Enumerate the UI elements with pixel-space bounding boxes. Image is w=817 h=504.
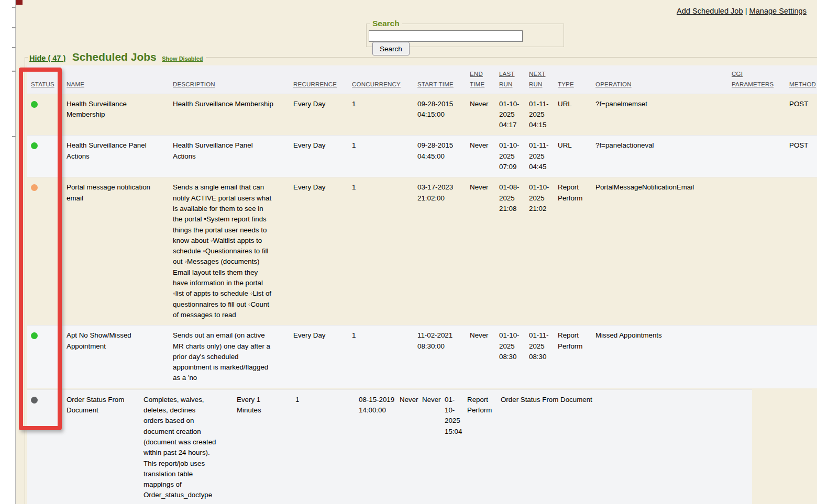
end-time-cell: Never [400,389,422,504]
column-header-cgi_parameters: CGI PARAMETERS [732,65,789,94]
next-run-cell: 01-11-2025 04:15 [529,94,558,136]
last-run-cell: 01-10-2025 08:30 [499,326,529,388]
link-separator: | [745,7,747,15]
operation-cell: ?f=panelactioneval [595,136,732,177]
sort-link-status[interactable]: STATUS [31,81,54,87]
sort-link-cgi_parameters[interactable]: CGI PARAMETERS [732,71,774,87]
gray-status-dot [31,397,38,404]
operation-cell: ?f=panelmemset [595,94,732,136]
job-description-cell: Completes, waives, deletes, declines ord… [143,389,237,504]
recurrence-cell: Every Day [293,94,352,136]
column-header-recurrence: RECURRENCE [293,65,352,94]
start-time-cell: 08-15-2019 14:00:00 [359,389,400,504]
status-cell [27,326,67,388]
status-cell [27,177,67,326]
column-header-status: STATUS [27,65,67,94]
sort-link-type[interactable]: TYPE [558,81,574,87]
method-cell [710,389,752,504]
column-header-operation: OPERATION [595,65,732,94]
status-cell [27,389,67,504]
sort-link-operation[interactable]: OPERATION [595,81,632,87]
type-cell: Report Perform [558,326,595,388]
column-header-start_time: START TIME [417,65,470,94]
sort-link-next_run[interactable]: NEXT RUN [529,71,545,87]
end-time-cell: Never [470,136,499,177]
job-name-cell: Health Surveillance Membership [67,94,173,136]
column-header-next_run: NEXT RUN [529,65,558,94]
column-header-name: NAME [67,65,173,94]
operation-cell: Missed Appointments [595,326,732,388]
cgi-parameters-cell [732,136,789,177]
job-description-cell: Health Surveillance Membership [173,94,293,136]
table-row: Health Surveillance Panel Actions Health… [27,136,817,177]
operation-cell: PortalMessageNotificationEmail [595,177,732,326]
hide-count-link[interactable]: Hide ( 47 ) [29,54,65,62]
next-run-cell: 01-10-2025 15:04 [445,389,467,504]
green-status-dot [31,142,38,149]
concurrency-cell: 1 [352,136,417,177]
end-time-cell: Never [470,326,499,388]
start-time-cell: 11-02-2021 08:30:00 [417,326,470,388]
recurrence-cell: Every Day [293,326,352,388]
table-row: Order Status From Document Completes, wa… [27,389,752,504]
sort-link-name[interactable]: NAME [67,81,84,87]
sort-link-end_time[interactable]: END TIME [470,71,484,87]
sort-link-concurrency[interactable]: CONCURRENCY [352,81,401,87]
start-time-cell: 09-28-2015 04:45:00 [417,136,470,177]
column-header-description: DESCRIPTION [173,65,293,94]
ruler-tick [12,71,16,72]
type-cell: URL [558,94,595,136]
next-run-cell: 01-10-2025 21:02 [529,177,558,326]
method-cell: POST [789,94,817,136]
ruler-tick [12,27,16,28]
sort-link-method[interactable]: METHOD [789,81,816,87]
last-run-cell: Never [422,389,445,504]
end-time-cell: Never [470,94,499,136]
last-run-cell: 01-10-2025 07:09 [499,136,529,177]
sort-link-last_run[interactable]: LAST RUN [499,71,515,87]
type-cell: Report Perform [558,177,595,326]
cgi-parameters-cell [658,389,710,504]
green-status-dot [31,332,38,339]
manage-settings-link[interactable]: Manage Settings [749,7,807,15]
ruler-tick [12,7,16,8]
left-ruler [0,0,16,504]
end-time-cell: Never [470,177,499,326]
last-run-cell: 01-08-2025 21:08 [499,177,529,326]
method-cell: POST [789,136,817,177]
search-panel-legend: Search [370,19,402,28]
green-status-dot [31,101,38,108]
search-panel: Search Search [366,19,564,47]
scheduled-jobs-table-secondary: Order Status From Document Completes, wa… [27,389,752,504]
type-cell: Report Perform [467,389,501,504]
scheduled-jobs-legend: Hide ( 47 ) Scheduled Jobs Show Disabled [28,51,206,63]
ruler-tick [12,47,16,48]
table-row: Apt No Show/Missed Appointment Sends out… [27,326,817,388]
column-header-concurrency: CONCURRENCY [352,65,417,94]
corner-red-marker [16,0,23,5]
add-scheduled-job-link[interactable]: Add Scheduled Job [677,7,743,15]
sort-link-start_time[interactable]: START TIME [417,81,454,87]
table-row: Portal message notification email Sends … [27,177,817,326]
sort-link-description[interactable]: DESCRIPTION [173,81,215,87]
method-cell [789,326,817,388]
concurrency-cell: 1 [352,94,417,136]
recurrence-cell: Every Day [293,177,352,326]
top-action-links: Add Scheduled Job | Manage Settings [677,7,807,15]
concurrency-cell: 1 [295,389,359,504]
show-disabled-link[interactable]: Show Disabled [162,55,203,62]
type-cell: URL [558,136,595,177]
sort-link-recurrence[interactable]: RECURRENCE [293,81,337,87]
ruler-tick [12,136,16,137]
column-header-method: METHOD [789,65,817,94]
table-header-row: STATUSNAMEDESCRIPTIONRECURRENCECONCURREN… [27,65,817,94]
job-name-cell: Health Surveillance Panel Actions [67,136,173,177]
scheduled-jobs-table: STATUSNAMEDESCRIPTIONRECURRENCECONCURREN… [27,65,817,388]
status-cell [27,136,67,177]
job-name-cell: Portal message notification email [67,177,173,326]
start-time-cell: 03-17-2023 21:02:00 [417,177,470,326]
search-button[interactable]: Search [372,42,410,55]
page-title: Scheduled Jobs [72,51,157,63]
scheduled-jobs-panel: Hide ( 47 ) Scheduled Jobs Show Disabled… [25,51,817,504]
search-input[interactable] [369,30,523,42]
